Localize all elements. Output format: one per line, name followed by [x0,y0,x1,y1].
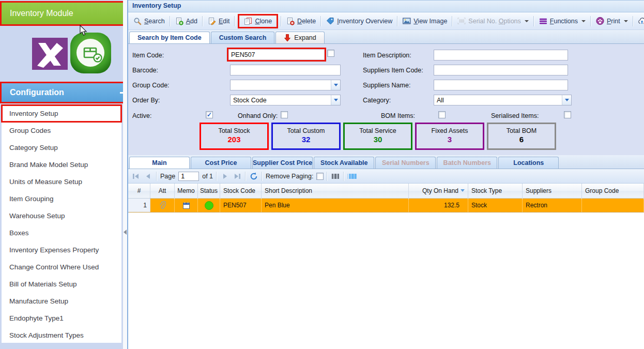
module-header[interactable]: Inventory Module [0,1,137,26]
column-header-qty-on-hand[interactable]: Qty On Hand [409,184,468,198]
chevron-down-icon[interactable] [331,95,340,105]
sidebar-item-manufacture-setup[interactable]: Manufacture Setup [2,293,121,310]
sidebar-item-item-grouping[interactable]: Item Grouping [2,190,121,207]
delete-button[interactable]: Delete [283,16,319,27]
category-dropdown[interactable]: All [434,95,572,105]
remove-paging-checkbox[interactable] [316,173,324,180]
column-header-stock-type[interactable]: Stock Type [468,184,523,198]
remove-paging-label: Remove Paging: [266,173,313,180]
toolbar: SearchAddEditCloneDeleteInventory Overvi… [128,12,644,30]
sidebar-item-brand-make-model-setup[interactable]: Brand Make Model Setup [2,156,121,173]
delete-icon [286,17,295,25]
tab-label: Custom Search [219,32,267,43]
search-button[interactable]: Search [130,16,168,27]
grid-tab-batch-numbers[interactable]: Batch Numbers [437,157,497,169]
suppliers-name-input[interactable] [434,80,568,90]
grid-tab-supplier-cost-price[interactable]: Supplier Cost Price [252,157,313,169]
tab-label: Batch Numbers [443,157,491,169]
splitter-collapse-icon[interactable] [124,230,127,235]
sidebar-item-units-of-measure-setup[interactable]: Units of Measure Setup [2,173,121,190]
page-input[interactable] [178,172,199,181]
sidebar-item-category-setup[interactable]: Category Setup [2,139,121,156]
table-row[interactable]: 1PEN507Pen Blue132.5StockRectron [128,199,644,213]
group-code-cell [582,199,644,212]
sidebar-item-endophyte-type1[interactable]: Endophyte Type1 [2,310,121,327]
column-label: Qty On Hand [422,187,458,194]
serialised-items-checkbox[interactable] [564,111,571,118]
suppliers-item-code-input[interactable] [434,65,568,75]
chevron-down-icon[interactable] [331,80,340,90]
inventory-overview-button[interactable]: Inventory Overview [323,16,395,27]
grid-tab-locations[interactable]: Locations [498,157,559,169]
onhand-only-checkbox[interactable] [281,111,288,118]
column-header-status[interactable]: Status [198,184,220,198]
sidebar-item-boxes[interactable]: Boxes [2,224,121,241]
column-header-stock-code[interactable]: Stock Code [220,184,262,198]
grid-tab-cost-price[interactable]: Cost Price [191,157,251,169]
item-code-highlight [227,48,326,62]
bom-items-label: BOM Items: [381,112,415,119]
total-box-total-bom: Total BOM6 [487,123,556,150]
grid-tabs: MainCost PriceSupplier Cost PriceStock A… [128,155,644,169]
grid-tab-main[interactable]: Main [129,157,190,169]
edit-button[interactable]: Edit [205,16,233,27]
total-label: Total BOM [488,127,555,134]
item-code-input[interactable] [228,49,325,60]
column-header-group-code[interactable]: Group Code [582,184,644,198]
grid-tab-stock-available[interactable]: Stock Available [314,157,374,169]
column-header-[interactable]: # [128,184,150,198]
tab-search-by-item-code[interactable]: Search by Item Code [129,32,210,43]
sidebar-item-group-codes[interactable]: Group Codes [2,122,121,139]
sidebar-splitter[interactable] [123,0,128,349]
memo-icon[interactable] [182,202,190,209]
active-checkbox[interactable]: ✓ [206,111,213,118]
chevron-down-icon[interactable] [562,95,571,105]
sidebar-item-warehouse-setup[interactable]: Warehouse Setup [2,207,121,224]
paging-separator [216,172,217,181]
tab-expand[interactable]: Expand [275,32,324,43]
sidebar-item-change-control-where-used[interactable]: Change Control Where Used [2,259,121,276]
search-tabs: Search by Item CodeCustom SearchExpand [128,30,644,44]
barcode-blue-icon[interactable] [347,172,357,181]
app-window: Inventory Module [0,0,644,349]
configuration-section-header[interactable]: Configuration [0,82,137,103]
status-green-icon [205,201,213,210]
first-page-icon[interactable] [131,172,141,181]
column-header-att[interactable]: Att [150,184,175,198]
barcode-input[interactable] [230,65,341,75]
sidebar-item-inventory-expenses-property[interactable]: Inventory Expenses Property [2,241,121,259]
barcode-black-icon[interactable] [331,172,340,181]
add-button[interactable]: Add [172,16,201,27]
next-page-icon[interactable] [220,172,229,181]
tab-label: Cost Price [205,157,237,169]
grid-tab-serial-numbers[interactable]: Serial Numbers [375,157,436,169]
column-label: Att [159,187,166,194]
group-code-dropdown[interactable] [230,80,341,90]
column-label: # [137,187,141,194]
sidebar-item-bill-of-materials-setup[interactable]: Bill of Materials Setup [2,276,121,293]
order-by-dropdown[interactable]: Stock Code [230,95,341,105]
prev-page-icon[interactable] [144,172,153,181]
column-header-suppliers[interactable]: Suppliers [523,184,582,198]
item-code-checkbox[interactable] [327,50,334,57]
print-button[interactable]: Print [593,16,631,27]
tab-custom-search[interactable]: Custom Search [211,32,275,43]
functions-button[interactable]: Functions [536,16,589,27]
clone-button[interactable]: Clone [241,16,275,27]
import-button[interactable]: Import [635,16,644,27]
sidebar-item-inventory-setup[interactable]: Inventory Setup [2,105,121,122]
view-image-button[interactable]: View Image [400,16,450,27]
sidebar-item-stock-adjustment-types[interactable]: Stock Adjustment Types [2,327,121,344]
total-box-total-stock: Total Stock203 [200,123,269,150]
refresh-icon[interactable] [249,172,258,181]
toolbar-separator [281,16,282,26]
last-page-icon[interactable] [233,172,242,181]
bom-items-checkbox[interactable] [438,111,446,118]
button-label: Search [144,18,165,25]
paperclip-icon[interactable] [159,201,166,210]
item-description-input[interactable] [434,50,568,60]
column-header-short-description[interactable]: Short Description [262,184,409,198]
column-header-memo[interactable]: Memo [175,184,198,198]
serial-no-options-button[interactable]: Serial No. Options [454,16,531,27]
dropdown-caret-icon [581,20,586,22]
